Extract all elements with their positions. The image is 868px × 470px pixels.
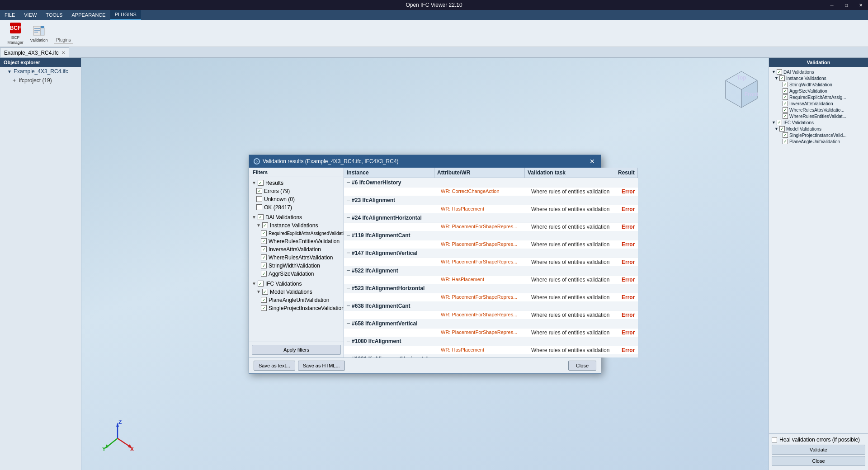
tab-example-file[interactable]: Example_4X3_RC4.ifc ✕ <box>0 47 69 57</box>
tree-item-label: Model Validations <box>786 127 821 132</box>
apply-filters-button[interactable]: Apply filters <box>252 345 341 355</box>
tree-checkbox[interactable]: ✓ <box>777 120 782 125</box>
string-width-checkbox[interactable] <box>261 263 267 268</box>
model-val-checkbox[interactable] <box>262 289 268 295</box>
save-as-html-button[interactable]: Save as HTML... <box>298 361 345 371</box>
filter-plane-angle-row[interactable]: PlaneAngleUnitValidation <box>251 296 342 304</box>
filter-inverse-attrs-row[interactable]: InverseAttrsValidation <box>251 245 342 254</box>
ok-checkbox[interactable] <box>256 204 262 210</box>
validate-button[interactable]: Validate <box>772 445 865 455</box>
menu-bar: FILE VIEW TOOLS APPEARANCE PLUGINS <box>0 10 868 20</box>
sidebar-project-label: ifcproject (19) <box>19 77 52 84</box>
menu-plugins[interactable]: PLUGINS <box>110 10 141 20</box>
tree-checkbox[interactable]: ✓ <box>779 126 785 132</box>
right-panel-tree-item[interactable]: ✓WhereRulesEntitiesValidat... <box>771 113 866 119</box>
right-panel-tree-item[interactable]: ✓PlaneAngleUnitValidation <box>771 138 866 145</box>
filter-required-row[interactable]: RequiredExplicitAttrsAssignedValidatio..… <box>251 230 342 237</box>
save-as-text-button[interactable]: Save as text... <box>254 361 295 371</box>
menu-view[interactable]: VIEW <box>19 10 41 20</box>
tree-item-label: StringWidthValidation <box>789 82 832 87</box>
dai-checkbox[interactable] <box>258 214 264 220</box>
sidebar-item-project[interactable]: + ifcproject (19) <box>0 76 81 85</box>
ifc-checkbox[interactable] <box>258 281 264 287</box>
bcf-manager-button[interactable]: BCF BCFManager <box>4 22 27 45</box>
where-attrs-checkbox[interactable] <box>261 254 267 260</box>
right-panel-tree-item[interactable]: ▼✓DAI Validations <box>771 69 866 75</box>
dialog-close-x-button[interactable]: ✕ <box>588 157 596 165</box>
single-project-checkbox[interactable] <box>261 305 267 311</box>
result-group-row[interactable]: ─#119 IfcAlignmentCant <box>344 231 638 240</box>
result-group-row[interactable]: ─#522 IfcAlignment <box>344 266 638 275</box>
tree-checkbox[interactable]: ✓ <box>783 82 788 87</box>
heal-errors-checkbox[interactable] <box>772 437 777 442</box>
result-group-row[interactable]: ─#658 IfcAlignmentVertical <box>344 319 638 328</box>
tree-item-label: Instance Validations <box>786 76 826 81</box>
filter-ok-row[interactable]: OK (28417) <box>251 203 342 212</box>
right-panel-tree-item[interactable]: ✓InverseAttrsValidation <box>771 100 866 107</box>
dialog-close-button[interactable]: Close <box>568 361 596 371</box>
filter-instance-val-row[interactable]: ▼ Instance Validations <box>251 221 342 230</box>
filter-where-entities-row[interactable]: WhereRulesEntitiesValidation <box>251 237 342 245</box>
right-panel-tree-item[interactable]: ✓StringWidthValidation <box>771 81 866 88</box>
validation-button[interactable]: Validation <box>27 22 51 45</box>
tab-close-icon[interactable]: ✕ <box>61 50 65 55</box>
maximize-button[interactable]: □ <box>839 0 854 10</box>
tree-checkbox[interactable]: ✓ <box>783 107 788 113</box>
result-group-row[interactable]: ─#1080 IfcAlignment <box>344 337 638 346</box>
right-panel-close-button[interactable]: Close <box>772 456 865 466</box>
result-group-row[interactable]: ─#147 IfcAlignmentVertical <box>344 249 638 258</box>
instance-val-checkbox[interactable] <box>262 222 268 228</box>
tree-checkbox[interactable]: ✓ <box>783 113 788 119</box>
results-checkbox[interactable] <box>258 180 264 186</box>
result-group-row[interactable]: ─#638 IfcAlignmentCant <box>344 301 638 310</box>
tab-label: Example_4X3_RC4.ifc <box>4 50 59 56</box>
model-val-expand-icon: ▼ <box>256 289 261 294</box>
filter-model-val-row[interactable]: ▼ Model Validations <box>251 288 342 296</box>
filter-results-row[interactable]: ▼ Results <box>251 179 342 187</box>
required-checkbox[interactable] <box>261 230 267 236</box>
unknown-checkbox[interactable] <box>256 196 262 202</box>
where-entities-checkbox[interactable] <box>261 238 267 244</box>
tree-checkbox[interactable]: ✓ <box>783 101 788 106</box>
expand-icon: ─ <box>347 268 350 273</box>
filter-string-width-row[interactable]: StringWidthValidation <box>251 262 342 270</box>
tree-checkbox[interactable]: ✓ <box>783 132 788 138</box>
filter-where-attrs-row[interactable]: WhereRulesAttrsValidation <box>251 254 342 262</box>
filter-single-project-row[interactable]: SingleProjectInstanceValidation <box>251 304 342 312</box>
right-panel-tree-item[interactable]: ✓RequiredExplicitAttrsAssig... <box>771 94 866 100</box>
aggr-size-checkbox[interactable] <box>261 271 267 277</box>
tree-checkbox[interactable]: ✓ <box>777 69 782 75</box>
right-panel-tree-item[interactable]: ▼✓IFC Validations <box>771 119 866 126</box>
validation-icon <box>33 24 45 37</box>
menu-appearance[interactable]: APPEARANCE <box>67 10 110 20</box>
right-panel-tree-item[interactable]: ▼✓Instance Validations <box>771 75 866 81</box>
result-group-row[interactable]: ─#23 IfcAlignment <box>344 196 638 205</box>
right-panel-tree-item[interactable]: ▼✓Model Validations <box>771 126 866 132</box>
filter-unknown-row[interactable]: Unknown (0) <box>251 195 342 203</box>
filter-ifc-row[interactable]: ▼ IFC Validations <box>251 280 342 288</box>
menu-tools[interactable]: TOOLS <box>41 10 67 20</box>
inverse-attrs-checkbox[interactable] <box>261 246 267 252</box>
tree-checkbox[interactable]: ✓ <box>783 94 788 100</box>
result-group-row[interactable]: ─#24 IfcAlignmentHorizontal <box>344 213 638 222</box>
tree-checkbox[interactable]: ✓ <box>779 75 785 81</box>
filter-errors-row[interactable]: Errors (79) <box>251 187 342 195</box>
right-panel-tree-item[interactable]: ✓AggrSizeValidation <box>771 88 866 94</box>
tree-checkbox[interactable]: ✓ <box>783 139 788 144</box>
minimize-button[interactable]: ─ <box>825 0 839 10</box>
instance-val-expand-icon: ▼ <box>256 223 261 228</box>
result-group-row[interactable]: ─#523 IfcAlignmentHorizontal <box>344 284 638 293</box>
right-panel-tree-item[interactable]: ✓WhereRulesAttrsValidatio... <box>771 107 866 113</box>
close-button[interactable]: ✕ <box>854 0 868 10</box>
menu-file[interactable]: FILE <box>0 10 19 20</box>
svg-rect-7 <box>41 26 44 28</box>
result-group-row[interactable]: ─#6 IfcOwnerHistory <box>344 178 638 187</box>
errors-checkbox[interactable] <box>256 188 262 194</box>
result-group-row[interactable]: ─#1081 IfcAlignmentHorizontal <box>344 354 638 357</box>
filter-dai-row[interactable]: ▼ DAI Validations <box>251 213 342 221</box>
sidebar-item-file[interactable]: ▼ Example_4X3_RC4.ifc <box>0 67 81 76</box>
tree-checkbox[interactable]: ✓ <box>783 88 788 94</box>
plane-angle-checkbox[interactable] <box>261 297 267 303</box>
right-panel-tree-item[interactable]: ✓SingleProjectInstanceValid... <box>771 132 866 138</box>
filter-aggr-size-row[interactable]: AggrSizeValidation <box>251 270 342 278</box>
